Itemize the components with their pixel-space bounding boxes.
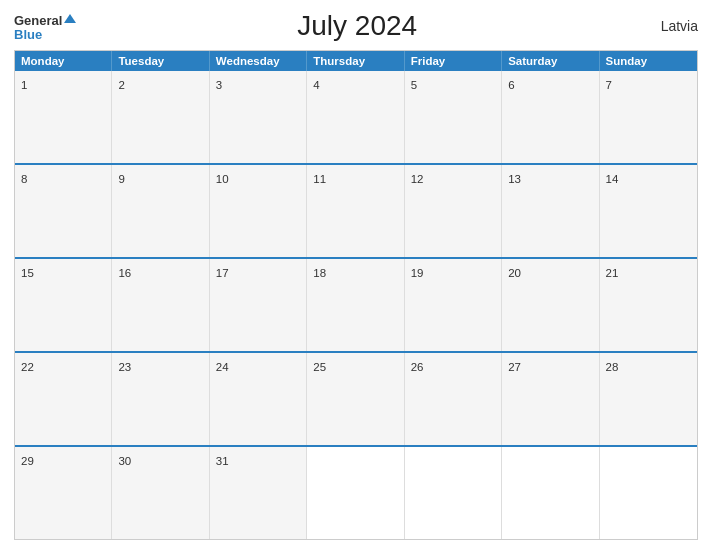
- day-number: 2: [118, 79, 124, 91]
- calendar-cell: 10: [210, 165, 307, 257]
- calendar-cell: 1: [15, 71, 112, 163]
- day-number: 16: [118, 267, 131, 279]
- country-label: Latvia: [638, 18, 698, 34]
- calendar-cell: 29: [15, 447, 112, 539]
- calendar-cell: 2: [112, 71, 209, 163]
- day-number: 21: [606, 267, 619, 279]
- weekday-saturday: Saturday: [502, 51, 599, 71]
- calendar-cell: 17: [210, 259, 307, 351]
- logo-triangle-icon: [64, 14, 76, 23]
- calendar-cell: 13: [502, 165, 599, 257]
- calendar-cell: 28: [600, 353, 697, 445]
- calendar-cell: 18: [307, 259, 404, 351]
- day-number: 14: [606, 173, 619, 185]
- calendar-cell: [405, 447, 502, 539]
- calendar-cell: 26: [405, 353, 502, 445]
- calendar-week-5: 293031: [15, 445, 697, 539]
- calendar-cell: 27: [502, 353, 599, 445]
- calendar-body: 1234567891011121314151617181920212223242…: [15, 71, 697, 539]
- day-number: 31: [216, 455, 229, 467]
- day-number: 26: [411, 361, 424, 373]
- day-number: 8: [21, 173, 27, 185]
- calendar-week-4: 22232425262728: [15, 351, 697, 445]
- day-number: 23: [118, 361, 131, 373]
- calendar-week-1: 1234567: [15, 71, 697, 163]
- day-number: 20: [508, 267, 521, 279]
- day-number: 10: [216, 173, 229, 185]
- calendar-cell: 31: [210, 447, 307, 539]
- calendar-cell: [502, 447, 599, 539]
- calendar-header: Monday Tuesday Wednesday Thursday Friday…: [15, 51, 697, 71]
- calendar-cell: 7: [600, 71, 697, 163]
- calendar-cell: 6: [502, 71, 599, 163]
- day-number: 29: [21, 455, 34, 467]
- calendar-week-3: 15161718192021: [15, 257, 697, 351]
- weekday-tuesday: Tuesday: [112, 51, 209, 71]
- calendar-cell: 30: [112, 447, 209, 539]
- calendar: Monday Tuesday Wednesday Thursday Friday…: [14, 50, 698, 540]
- day-number: 18: [313, 267, 326, 279]
- calendar-cell: 20: [502, 259, 599, 351]
- calendar-cell: 5: [405, 71, 502, 163]
- calendar-cell: [600, 447, 697, 539]
- calendar-cell: 8: [15, 165, 112, 257]
- calendar-cell: 3: [210, 71, 307, 163]
- calendar-cell: 19: [405, 259, 502, 351]
- calendar-cell: 11: [307, 165, 404, 257]
- calendar-title: July 2024: [76, 10, 638, 42]
- logo: General Blue: [14, 12, 76, 41]
- day-number: 27: [508, 361, 521, 373]
- day-number: 3: [216, 79, 222, 91]
- day-number: 9: [118, 173, 124, 185]
- day-number: 12: [411, 173, 424, 185]
- calendar-cell: 24: [210, 353, 307, 445]
- calendar-cell: 9: [112, 165, 209, 257]
- day-number: 4: [313, 79, 319, 91]
- day-number: 1: [21, 79, 27, 91]
- logo-general-text: General: [14, 13, 62, 28]
- calendar-cell: 25: [307, 353, 404, 445]
- day-number: 22: [21, 361, 34, 373]
- day-number: 5: [411, 79, 417, 91]
- day-number: 30: [118, 455, 131, 467]
- calendar-cell: 12: [405, 165, 502, 257]
- calendar-cell: 21: [600, 259, 697, 351]
- day-number: 25: [313, 361, 326, 373]
- day-number: 13: [508, 173, 521, 185]
- day-number: 15: [21, 267, 34, 279]
- day-number: 7: [606, 79, 612, 91]
- calendar-cell: [307, 447, 404, 539]
- logo-general: General: [14, 12, 76, 28]
- weekday-wednesday: Wednesday: [210, 51, 307, 71]
- page: General Blue July 2024 Latvia Monday Tue…: [0, 0, 712, 550]
- calendar-cell: 4: [307, 71, 404, 163]
- logo-blue-text: Blue: [14, 28, 76, 41]
- weekday-monday: Monday: [15, 51, 112, 71]
- weekday-friday: Friday: [405, 51, 502, 71]
- calendar-week-2: 891011121314: [15, 163, 697, 257]
- day-number: 6: [508, 79, 514, 91]
- day-number: 17: [216, 267, 229, 279]
- calendar-cell: 16: [112, 259, 209, 351]
- calendar-cell: 15: [15, 259, 112, 351]
- calendar-cell: 14: [600, 165, 697, 257]
- day-number: 19: [411, 267, 424, 279]
- weekday-sunday: Sunday: [600, 51, 697, 71]
- day-number: 24: [216, 361, 229, 373]
- day-number: 11: [313, 173, 326, 185]
- header: General Blue July 2024 Latvia: [14, 10, 698, 42]
- calendar-cell: 23: [112, 353, 209, 445]
- calendar-cell: 22: [15, 353, 112, 445]
- weekday-thursday: Thursday: [307, 51, 404, 71]
- day-number: 28: [606, 361, 619, 373]
